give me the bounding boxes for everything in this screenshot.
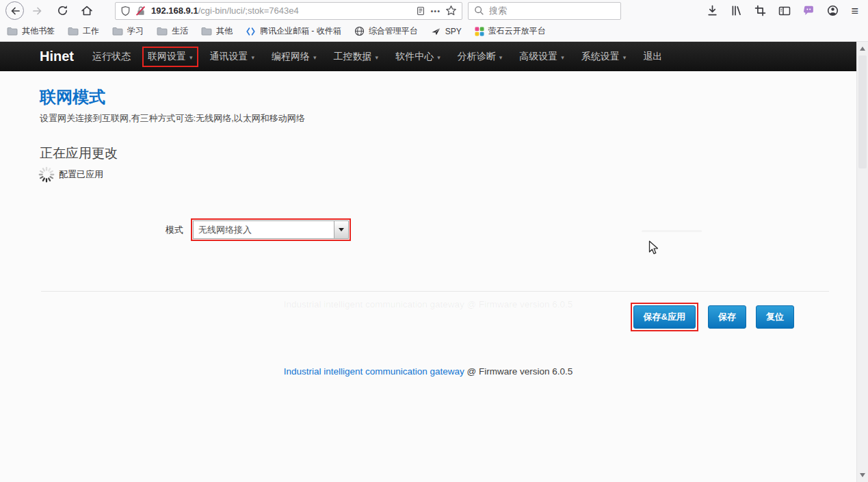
bookmark-label: 其他	[216, 25, 233, 37]
scrollbar-thumb[interactable]	[858, 55, 867, 168]
bookmark-label: 工作	[83, 25, 99, 37]
page-content: 联网模式 设置网关连接到互联网,有三种方式可选:无线网络,以太网和移动网络 正在…	[0, 71, 856, 482]
bookmark-label: SPY	[445, 27, 462, 36]
nav-item-system-settings[interactable]: 系统设置 ▾	[581, 51, 627, 63]
footer-link[interactable]: Industrial intelligent communication gat…	[284, 366, 464, 377]
bookmark-folder-work[interactable]: 工作	[68, 25, 99, 37]
back-button[interactable]	[5, 1, 24, 20]
search-box[interactable]	[468, 2, 621, 20]
forward-button[interactable]	[32, 5, 43, 16]
sidebar-toggle-icon[interactable]	[778, 5, 791, 16]
screenshot-icon[interactable]	[754, 5, 766, 16]
chevron-down-icon: ▾	[499, 53, 503, 61]
url-host: 192.168.9.1	[151, 5, 198, 16]
nav-item-software-center[interactable]: 软件中心 ▾	[395, 51, 440, 63]
bookmark-label: 萤石云开放平台	[488, 25, 546, 37]
page-footer: Industrial intelligent communication gat…	[0, 366, 856, 377]
chevron-down-icon: ▾	[376, 53, 379, 61]
bookmark-folder-life[interactable]: 生活	[157, 25, 188, 37]
bookmark-spy[interactable]: SPY	[431, 27, 462, 36]
bookmark-folder-misc[interactable]: 其他	[201, 25, 233, 37]
highlight-box: 无线网络接入	[191, 218, 351, 241]
page-description: 设置网关连接到互联网,有三种方式可选:无线网络,以太网和移动网络	[40, 112, 305, 125]
bookmark-label: 其他书签	[22, 25, 55, 37]
dropdown-arrow-icon	[339, 228, 344, 231]
nav-item-network-settings[interactable]: 联网设置 ▾	[142, 47, 198, 67]
vertical-scrollbar[interactable]	[856, 42, 868, 482]
forward-arrow-icon	[32, 5, 43, 16]
nav-item-logout[interactable]: 退出	[643, 51, 662, 63]
mode-form-row: 模式 无线网络接入	[40, 218, 351, 241]
chevron-down-icon: ▾	[189, 53, 193, 61]
footer-version: @ Firmware version 6.0.5	[464, 366, 573, 377]
bookmark-label: 腾讯企业邮箱 - 收件箱	[260, 25, 341, 37]
folder-icon	[68, 27, 79, 36]
highlight-box: 保存&应用	[631, 303, 698, 331]
reload-button[interactable]	[57, 5, 68, 16]
url-path: /cgi-bin/luci/;stok=7643e4	[198, 5, 299, 16]
bookmark-folder-other-bookmarks[interactable]: 其他书签	[7, 25, 55, 37]
browser-toolbar: 192.168.9.1/cgi-bin/luci/;stok=7643e4 ••…	[0, 0, 868, 21]
app-navbar: Hinet 运行状态 联网设置 ▾ 通讯设置 ▾ 编程网络 ▾ 工控数据 ▾ 软…	[0, 42, 868, 71]
folder-icon	[112, 27, 123, 36]
reader-view-icon[interactable]	[416, 5, 425, 16]
bookmark-label: 学习	[127, 25, 144, 37]
bookmark-folder-study[interactable]: 学习	[112, 25, 144, 37]
nav-item-industrial-data[interactable]: 工控数据 ▾	[334, 51, 379, 63]
color-grid-icon	[475, 27, 484, 36]
bookmarks-bar: 其他书签 工作 学习 生活 其他 腾讯企业邮箱 - 收件箱 综合管理平台 SPY…	[0, 21, 868, 42]
nav-item-comm-settings[interactable]: 通讯设置 ▾	[210, 51, 255, 63]
nav-item-analysis-diagnosis[interactable]: 分析诊断 ▾	[458, 51, 503, 63]
bookmark-label: 综合管理平台	[369, 25, 418, 37]
folder-icon	[157, 27, 168, 36]
divider	[41, 291, 829, 292]
globe-icon	[354, 26, 365, 36]
spinner-icon	[38, 166, 55, 183]
nav-item-running-status[interactable]: 运行状态	[92, 51, 131, 63]
page-actions-icon[interactable]: •••	[430, 7, 440, 15]
scrollbar-up-arrow-icon[interactable]	[860, 47, 865, 51]
chevron-down-icon: ▾	[252, 53, 255, 61]
search-input[interactable]	[489, 5, 615, 16]
insecure-lock-icon[interactable]	[135, 5, 146, 16]
button-row: 保存&应用 保存 复位	[631, 303, 794, 331]
ghost-dash	[642, 230, 702, 232]
dropdown-arrow-button[interactable]	[334, 221, 348, 238]
status-row: 配置已应用	[38, 166, 103, 183]
url-text: 192.168.9.1/cgi-bin/luci/;stok=7643e4	[151, 5, 411, 16]
save-button[interactable]: 保存	[708, 305, 746, 329]
mode-select[interactable]: 无线网络接入	[193, 220, 349, 239]
chevron-down-icon: ▾	[561, 53, 564, 61]
page-title: 联网模式	[40, 86, 105, 108]
library-icon[interactable]	[731, 5, 742, 16]
mode-select-value: 无线网络接入	[194, 221, 334, 238]
folder-icon	[201, 27, 212, 36]
hamburger-menu-icon[interactable]: ≡	[851, 5, 858, 17]
download-icon[interactable]	[707, 5, 718, 16]
nav-item-programming-network[interactable]: 编程网络 ▾	[272, 51, 317, 63]
url-bar[interactable]: 192.168.9.1/cgi-bin/luci/;stok=7643e4 ••…	[115, 2, 462, 20]
nav-item-advanced-settings[interactable]: 高级设置 ▾	[519, 51, 564, 63]
chevron-down-icon: ▾	[437, 53, 440, 61]
search-icon	[474, 5, 484, 16]
home-button[interactable]	[81, 5, 93, 16]
chevron-down-icon: ▾	[313, 53, 317, 61]
reload-icon	[57, 5, 68, 16]
bookmark-star-icon[interactable]	[445, 5, 457, 16]
status-message: 配置已应用	[59, 168, 103, 181]
mouse-cursor	[648, 240, 659, 255]
account-icon[interactable]	[827, 5, 839, 16]
tracking-shield-icon[interactable]	[120, 5, 131, 16]
bookmark-ezviz-platform[interactable]: 萤石云开放平台	[475, 25, 546, 37]
bookmark-tencent-mail[interactable]: 腾讯企业邮箱 - 收件箱	[246, 25, 341, 37]
scrollbar-down-arrow-icon[interactable]	[860, 473, 865, 477]
chevron-down-icon: ▾	[623, 53, 627, 61]
save-apply-button[interactable]: 保存&应用	[633, 305, 696, 329]
chat-bubble-icon[interactable]	[803, 5, 815, 16]
reset-button[interactable]: 复位	[756, 305, 794, 329]
brand-logo[interactable]: Hinet	[40, 49, 74, 64]
folder-icon	[7, 27, 18, 36]
bookmark-management-platform[interactable]: 综合管理平台	[354, 25, 418, 37]
mode-label: 模式	[40, 224, 183, 236]
home-icon	[81, 5, 93, 16]
